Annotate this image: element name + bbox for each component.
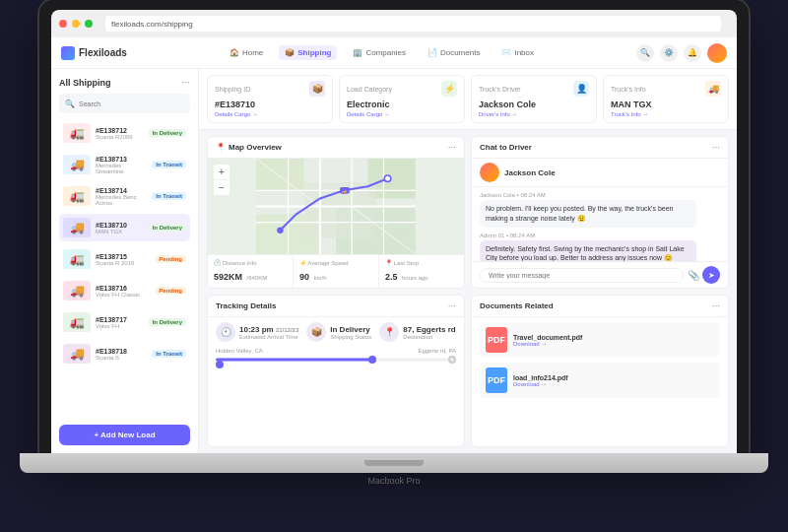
nav-inbox[interactable]: ✉️ Inbox bbox=[495, 45, 540, 60]
zoom-in-button[interactable]: + bbox=[214, 165, 230, 180]
svg-point-15 bbox=[277, 228, 283, 233]
shipment-item[interactable]: 🚛 #E138715 Scania R 2016 Pending bbox=[59, 245, 190, 273]
nav-home[interactable]: 🏠 Home bbox=[224, 45, 269, 60]
progress-bar bbox=[216, 357, 456, 363]
truck-thumbnail: 🚚 bbox=[63, 344, 91, 364]
browser-chrome: flexiloads.com/shipping bbox=[51, 10, 737, 37]
chat-body: Jackson Cole • 08:24 AM No problem. I'll… bbox=[472, 187, 728, 261]
nav-companies[interactable]: 🏢 Companies bbox=[347, 45, 411, 60]
map-panel-menu[interactable]: ··· bbox=[448, 142, 456, 153]
destination-city: Eggerts rd, PA bbox=[418, 348, 456, 354]
info-card-icon: 📦 bbox=[309, 81, 325, 97]
shipment-item[interactable]: 🚛 #E138712 Scania R2009 In Delivery bbox=[59, 119, 190, 147]
info-card-2: Truck's Driver 👤 Jackson Cole Driver's I… bbox=[471, 75, 597, 123]
shipment-id: #E138710 bbox=[96, 222, 144, 229]
chat-input-area: 📎 ➤ bbox=[472, 261, 728, 288]
info-card-link[interactable]: Driver's Info → bbox=[479, 111, 589, 117]
info-card-value: Electronic bbox=[347, 100, 457, 109]
doc-download-1[interactable]: Download → bbox=[513, 341, 714, 347]
info-cards: Shipping ID 📦 #E138710 Details Cargo → L… bbox=[199, 69, 737, 130]
chat-panel-title: Chat to Driver bbox=[480, 143, 532, 152]
add-load-button[interactable]: + Add New Load bbox=[59, 425, 190, 445]
docs-panel-header: Documents Related ··· bbox=[472, 296, 728, 317]
speed-stat: ⚡ Average Speed 90 km/h bbox=[294, 255, 379, 288]
status-badge: In Transit bbox=[152, 192, 186, 200]
map-controls: + − bbox=[214, 165, 230, 196]
shipment-id: #E138714 bbox=[96, 187, 147, 194]
map-view: 🚚 + − bbox=[208, 159, 464, 254]
sidebar-title: All Shipping bbox=[59, 78, 111, 88]
search-icon: 🔍 bbox=[65, 100, 75, 108]
shipment-list: 🚛 #E138712 Scania R2009 In Delivery 🚚 #E… bbox=[59, 119, 190, 419]
search-button[interactable]: 🔍 bbox=[636, 44, 654, 62]
shipment-id: #E138718 bbox=[96, 348, 147, 355]
truck-name: Volvo FH bbox=[96, 323, 144, 329]
user-avatar[interactable] bbox=[707, 43, 727, 63]
info-card-link[interactable]: Details Cargo → bbox=[347, 111, 457, 117]
sidebar-menu[interactable]: ··· bbox=[182, 77, 190, 88]
chat-panel-menu[interactable]: ··· bbox=[712, 142, 720, 153]
chat-message-2: Admin 01 • 08:24 AM Definitely. Safety f… bbox=[480, 233, 696, 261]
logo-text: Flexiloads bbox=[79, 47, 127, 58]
doc-download-2[interactable]: Download → bbox=[513, 381, 714, 387]
info-card-value: Jackson Cole bbox=[479, 100, 589, 109]
status-badge: Pending bbox=[155, 287, 186, 295]
shipment-item[interactable]: 🚛 #E138717 Volvo FH In Delivery bbox=[59, 308, 190, 336]
shipment-item[interactable]: 🚚 #E138710 MAN TGX In Delivery bbox=[59, 214, 190, 241]
truck-name: Mercedes Benz Actros bbox=[96, 194, 147, 206]
chat-panel: Chat to Driver ··· Jackson Cole Jackson … bbox=[471, 136, 729, 289]
url-text: flexiloads.com/shipping bbox=[111, 20, 193, 29]
settings-button[interactable]: ⚙️ bbox=[660, 44, 678, 62]
truck-name: Mercedes Streamline bbox=[96, 163, 147, 174]
browser-content: Flexiloads 🏠 Home 📦 Shipping 🏢 Companies… bbox=[51, 37, 737, 453]
tracking-panel-menu[interactable]: ··· bbox=[448, 300, 456, 311]
nav-documents[interactable]: 📄 Documents bbox=[422, 45, 486, 60]
shipment-item[interactable]: 🚚 #E138713 Mercedes Streamline In Transi… bbox=[59, 151, 190, 178]
chat-driver-info: Jackson Cole bbox=[472, 159, 728, 187]
info-card-link[interactable]: Truck's Info → bbox=[611, 111, 721, 117]
chat-avatar bbox=[480, 163, 499, 182]
truck-thumbnail: 🚚 bbox=[63, 155, 91, 174]
search-input[interactable] bbox=[79, 100, 184, 107]
shipment-id: #E138715 bbox=[96, 253, 150, 260]
info-card-link[interactable]: Details Cargo → bbox=[215, 111, 325, 117]
notifications-button[interactable]: 🔔 bbox=[684, 44, 701, 62]
doc-item-2: PDF load_info214.pdf Download → bbox=[480, 363, 720, 398]
truck-name: Scania S bbox=[96, 355, 147, 361]
info-card-value: MAN TGX bbox=[611, 100, 721, 109]
truck-thumbnail: 🚚 bbox=[63, 218, 91, 237]
chat-input[interactable] bbox=[480, 268, 684, 283]
laptop-notch bbox=[364, 460, 424, 466]
shipment-item[interactable]: 🚛 #E138714 Mercedes Benz Actros In Trans… bbox=[59, 182, 190, 210]
status-badge: In Delivery bbox=[149, 224, 186, 232]
info-card-icon: 👤 bbox=[573, 81, 589, 97]
url-bar[interactable]: flexiloads.com/shipping bbox=[105, 16, 721, 32]
truck-name: Scania R2009 bbox=[96, 134, 144, 140]
nav-shipping[interactable]: 📦 Shipping bbox=[279, 45, 337, 60]
laststop-stat: 📍 Last Stop 2.5 hours ago bbox=[379, 255, 464, 288]
send-button[interactable]: ➤ bbox=[702, 266, 720, 284]
shipment-item[interactable]: 🚚 #E138718 Scania S In Transit bbox=[59, 340, 190, 367]
logo-icon bbox=[61, 46, 75, 60]
status-badge: In Delivery bbox=[149, 129, 186, 137]
shipment-id: #E138712 bbox=[96, 127, 144, 134]
info-card-3: Truck's Info 🚚 MAN TGX Truck's Info → bbox=[603, 75, 729, 123]
attachment-icon[interactable]: 📎 bbox=[688, 270, 699, 281]
logo: Flexiloads bbox=[61, 46, 127, 60]
docs-panel-title: Documents Related bbox=[480, 301, 554, 310]
progress-indicator bbox=[368, 356, 376, 364]
zoom-out-button[interactable]: − bbox=[214, 180, 230, 196]
tracking-progress: Hidden Valley, CA Eggerts rd, PA bbox=[216, 348, 456, 363]
minimize-dot[interactable] bbox=[72, 20, 80, 28]
status-badge: Pending bbox=[155, 255, 186, 263]
docs-panel-menu[interactable]: ··· bbox=[712, 300, 720, 311]
status-badge: In Delivery bbox=[149, 318, 186, 326]
search-box[interactable]: 🔍 bbox=[59, 94, 190, 113]
tracking-panel-title: Tracking Details bbox=[216, 301, 276, 310]
truck-thumbnail: 🚛 bbox=[63, 249, 91, 269]
maximize-dot[interactable] bbox=[85, 20, 93, 28]
shipment-item[interactable]: 🚚 #E138716 Volvo FH Classic Pending bbox=[59, 277, 190, 304]
laptop-screen: flexiloads.com/shipping Flexiloads 🏠 Hom… bbox=[39, 0, 749, 453]
info-card-label: Load Category bbox=[347, 86, 392, 93]
close-dot[interactable] bbox=[59, 20, 67, 28]
